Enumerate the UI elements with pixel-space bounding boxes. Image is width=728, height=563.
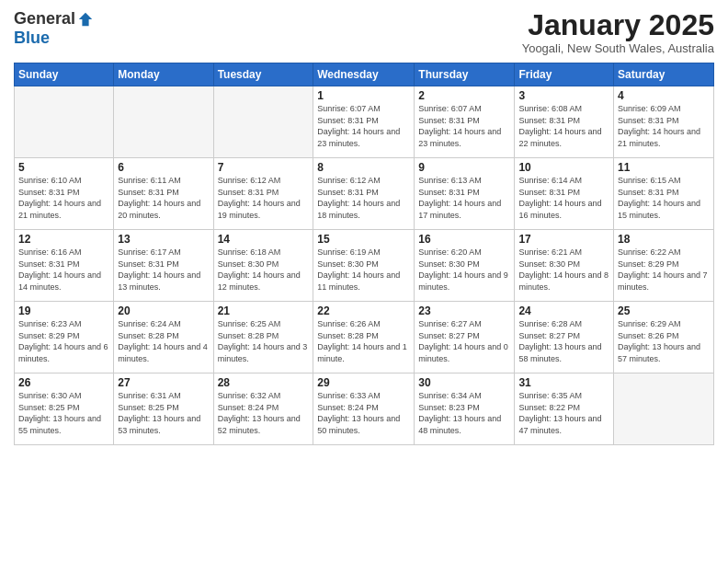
calendar-cell [213,86,313,158]
day-number: 4 [618,89,710,102]
day-header-sunday: Sunday [15,63,114,86]
logo-text: General [14,9,94,29]
day-number: 1 [317,89,410,102]
calendar-cell: 16Sunrise: 6:20 AMSunset: 8:30 PMDayligh… [415,230,515,302]
day-info: Sunrise: 6:26 AMSunset: 8:28 PMDaylight:… [317,319,407,363]
day-info: Sunrise: 6:19 AMSunset: 8:30 PMDaylight:… [317,247,400,292]
day-number: 19 [18,304,109,317]
day-number: 28 [218,376,310,389]
day-info: Sunrise: 6:31 AMSunset: 8:25 PMDaylight:… [118,391,200,435]
day-info: Sunrise: 6:24 AMSunset: 8:28 PMDaylight:… [118,319,208,363]
day-number: 20 [118,304,209,317]
calendar-week-row: 5Sunrise: 6:10 AMSunset: 8:31 PMDaylight… [15,158,714,230]
calendar-week-row: 26Sunrise: 6:30 AMSunset: 8:25 PMDayligh… [15,373,714,445]
day-number: 29 [317,376,410,389]
day-number: 13 [118,233,209,246]
day-info: Sunrise: 6:10 AMSunset: 8:31 PMDaylight:… [18,176,101,220]
day-header-friday: Friday [515,63,614,86]
day-header-wednesday: Wednesday [313,63,415,86]
day-number: 6 [118,161,209,174]
calendar-cell: 4Sunrise: 6:09 AMSunset: 8:31 PMDaylight… [614,86,714,158]
calendar-cell [15,86,114,158]
calendar-cell: 20Sunrise: 6:24 AMSunset: 8:28 PMDayligh… [114,302,213,373]
day-info: Sunrise: 6:11 AMSunset: 8:31 PMDaylight:… [118,176,200,220]
calendar-cell: 8Sunrise: 6:12 AMSunset: 8:31 PMDaylight… [313,158,415,230]
day-number: 11 [618,161,710,174]
day-info: Sunrise: 6:13 AMSunset: 8:31 PMDaylight:… [418,176,501,220]
calendar-week-row: 19Sunrise: 6:23 AMSunset: 8:29 PMDayligh… [15,302,714,373]
day-info: Sunrise: 6:09 AMSunset: 8:31 PMDaylight:… [618,104,700,148]
calendar-cell: 9Sunrise: 6:13 AMSunset: 8:31 PMDaylight… [415,158,515,230]
day-number: 18 [618,233,710,246]
calendar-cell: 29Sunrise: 6:33 AMSunset: 8:24 PMDayligh… [313,373,415,445]
calendar-cell: 25Sunrise: 6:29 AMSunset: 8:26 PMDayligh… [614,302,714,373]
day-number: 27 [118,376,209,389]
calendar-cell: 27Sunrise: 6:31 AMSunset: 8:25 PMDayligh… [114,373,213,445]
day-number: 7 [218,161,310,174]
logo: General Blue [14,9,94,48]
logo-general: General [14,9,75,29]
month-title: January 2025 [522,9,714,41]
calendar-table: SundayMondayTuesdayWednesdayThursdayFrid… [14,63,714,445]
calendar-cell: 3Sunrise: 6:08 AMSunset: 8:31 PMDaylight… [515,86,614,158]
title-section: January 2025 Yoogali, New South Wales, A… [522,9,714,55]
day-number: 31 [518,376,609,389]
day-number: 8 [317,161,410,174]
day-number: 22 [317,304,410,317]
day-info: Sunrise: 6:18 AMSunset: 8:30 PMDaylight:… [218,247,301,292]
day-info: Sunrise: 6:12 AMSunset: 8:31 PMDaylight:… [317,176,400,220]
day-info: Sunrise: 6:34 AMSunset: 8:23 PMDaylight:… [418,391,501,435]
calendar-cell: 26Sunrise: 6:30 AMSunset: 8:25 PMDayligh… [15,373,114,445]
day-info: Sunrise: 6:16 AMSunset: 8:31 PMDaylight:… [18,247,101,292]
calendar-cell: 17Sunrise: 6:21 AMSunset: 8:30 PMDayligh… [515,230,614,302]
svg-marker-0 [79,12,92,25]
day-info: Sunrise: 6:29 AMSunset: 8:26 PMDaylight:… [618,319,700,363]
day-info: Sunrise: 6:15 AMSunset: 8:31 PMDaylight:… [618,176,700,220]
calendar-cell: 7Sunrise: 6:12 AMSunset: 8:31 PMDaylight… [213,158,313,230]
day-header-thursday: Thursday [415,63,515,86]
calendar-cell [614,373,714,445]
day-info: Sunrise: 6:22 AMSunset: 8:29 PMDaylight:… [618,247,708,292]
day-info: Sunrise: 6:20 AMSunset: 8:30 PMDaylight:… [418,247,508,292]
day-info: Sunrise: 6:12 AMSunset: 8:31 PMDaylight:… [218,176,301,220]
day-number: 14 [218,233,310,246]
calendar-cell: 12Sunrise: 6:16 AMSunset: 8:31 PMDayligh… [15,230,114,302]
calendar-cell: 6Sunrise: 6:11 AMSunset: 8:31 PMDaylight… [114,158,213,230]
calendar-cell: 24Sunrise: 6:28 AMSunset: 8:27 PMDayligh… [515,302,614,373]
day-info: Sunrise: 6:30 AMSunset: 8:25 PMDaylight:… [18,391,101,435]
page: General Blue January 2025 Yoogali, New S… [0,0,728,563]
logo-blue: Blue [14,29,50,48]
calendar-week-row: 1Sunrise: 6:07 AMSunset: 8:31 PMDaylight… [15,86,714,158]
day-header-tuesday: Tuesday [213,63,313,86]
day-number: 10 [518,161,609,174]
day-info: Sunrise: 6:32 AMSunset: 8:24 PMDaylight:… [218,391,301,435]
calendar-cell: 13Sunrise: 6:17 AMSunset: 8:31 PMDayligh… [114,230,213,302]
calendar-cell: 21Sunrise: 6:25 AMSunset: 8:28 PMDayligh… [213,302,313,373]
calendar-cell: 1Sunrise: 6:07 AMSunset: 8:31 PMDaylight… [313,86,415,158]
day-info: Sunrise: 6:14 AMSunset: 8:31 PMDaylight:… [518,176,601,220]
day-info: Sunrise: 6:23 AMSunset: 8:29 PMDaylight:… [18,319,108,363]
day-number: 5 [18,161,109,174]
day-number: 23 [418,304,510,317]
calendar-cell: 19Sunrise: 6:23 AMSunset: 8:29 PMDayligh… [15,302,114,373]
day-number: 3 [518,89,609,102]
day-info: Sunrise: 6:33 AMSunset: 8:24 PMDaylight:… [317,391,400,435]
calendar-cell: 5Sunrise: 6:10 AMSunset: 8:31 PMDaylight… [15,158,114,230]
calendar-cell: 11Sunrise: 6:15 AMSunset: 8:31 PMDayligh… [614,158,714,230]
day-info: Sunrise: 6:07 AMSunset: 8:31 PMDaylight:… [317,104,400,148]
day-number: 21 [218,304,310,317]
calendar-week-row: 12Sunrise: 6:16 AMSunset: 8:31 PMDayligh… [15,230,714,302]
day-number: 30 [418,376,510,389]
day-header-monday: Monday [114,63,213,86]
calendar-cell: 23Sunrise: 6:27 AMSunset: 8:27 PMDayligh… [415,302,515,373]
logo-icon [77,11,94,28]
calendar-cell: 18Sunrise: 6:22 AMSunset: 8:29 PMDayligh… [614,230,714,302]
day-info: Sunrise: 6:28 AMSunset: 8:27 PMDaylight:… [518,319,601,363]
day-number: 25 [618,304,710,317]
day-info: Sunrise: 6:08 AMSunset: 8:31 PMDaylight:… [518,104,601,148]
calendar-cell [114,86,213,158]
calendar-cell: 28Sunrise: 6:32 AMSunset: 8:24 PMDayligh… [213,373,313,445]
day-number: 24 [518,304,609,317]
header: General Blue January 2025 Yoogali, New S… [14,9,714,55]
calendar-cell: 30Sunrise: 6:34 AMSunset: 8:23 PMDayligh… [415,373,515,445]
